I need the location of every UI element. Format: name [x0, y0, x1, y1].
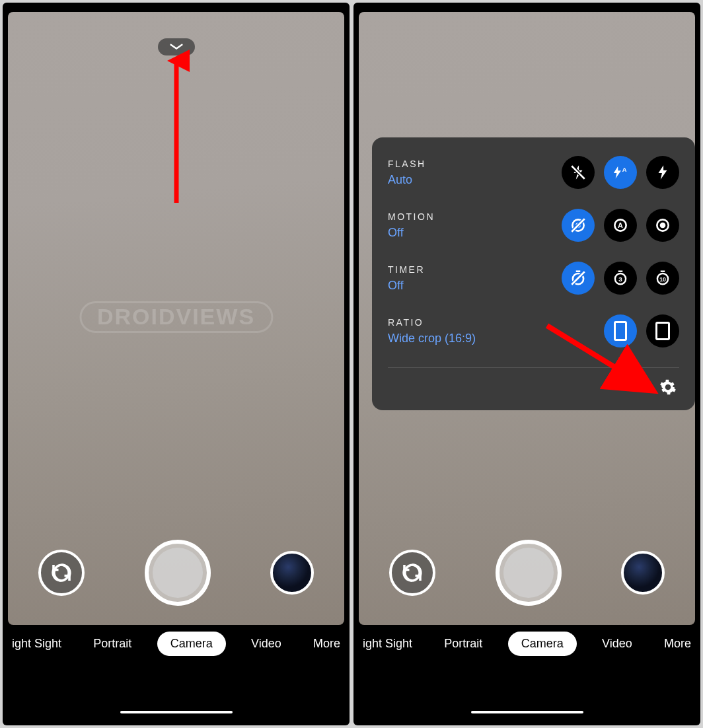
watermark-text: DROIDVIEWS — [79, 301, 273, 333]
motion-auto-icon: A — [612, 217, 629, 234]
timer-label: TIMER — [388, 264, 425, 275]
mode-video[interactable]: Video — [244, 632, 288, 656]
svg-text:10: 10 — [659, 276, 666, 283]
mode-portrait[interactable]: Portrait — [437, 632, 489, 656]
timer-row: TIMER Off — [388, 262, 679, 295]
ratio-value: Wide crop (16:9) — [388, 332, 476, 346]
motion-on-icon — [654, 217, 671, 234]
mode-portrait[interactable]: Portrait — [87, 632, 138, 656]
timer-3-icon: 3 — [612, 270, 629, 287]
mode-camera[interactable]: Camera — [508, 632, 577, 656]
android-nav-handle[interactable] — [471, 711, 583, 713]
motion-value: Off — [388, 226, 435, 240]
timer-10s-option[interactable]: 10 — [646, 262, 679, 295]
flash-on-option[interactable] — [646, 156, 679, 189]
phone-screenshot-right: DROIDVIEWS FLASH Auto — [353, 3, 700, 725]
switch-camera-icon — [50, 561, 73, 585]
mode-more[interactable]: More — [657, 632, 698, 656]
mode-selector: ight Sight Portrait Camera Video More — [3, 624, 350, 663]
phone-screenshot-left: DROIDVIEWS — [3, 3, 350, 725]
mode-night-sight[interactable]: ight Sight — [356, 632, 419, 656]
mode-selector: ight Sight Portrait Camera Video More — [353, 624, 700, 663]
flash-row: FLASH Auto A — [388, 156, 679, 189]
flash-label: FLASH — [388, 159, 426, 169]
switch-camera-button[interactable] — [389, 550, 435, 596]
shutter-button[interactable] — [496, 540, 562, 606]
flash-off-option[interactable] — [562, 156, 595, 189]
timer-off-icon — [570, 270, 587, 287]
switch-camera-icon — [400, 561, 424, 585]
camera-actions — [359, 536, 695, 609]
svg-text:A: A — [618, 221, 623, 229]
annotation-arrow-up — [163, 48, 190, 206]
motion-label: MOTION — [388, 211, 435, 222]
camera-viewfinder: DROIDVIEWS — [8, 12, 344, 625]
timer-value: Off — [388, 279, 425, 293]
mode-more[interactable]: More — [307, 632, 347, 656]
motion-on-option[interactable] — [646, 209, 679, 242]
motion-off-option[interactable] — [562, 209, 595, 242]
svg-line-22 — [547, 326, 649, 388]
gallery-thumbnail[interactable] — [621, 551, 665, 595]
svg-point-11 — [660, 223, 666, 229]
android-nav-handle[interactable] — [120, 711, 233, 713]
mode-video[interactable]: Video — [595, 632, 639, 656]
switch-camera-button[interactable] — [38, 550, 85, 596]
flash-off-icon — [570, 164, 587, 181]
flash-on-icon — [654, 164, 671, 181]
shutter-button[interactable] — [145, 540, 211, 606]
mode-camera[interactable]: Camera — [157, 632, 226, 656]
motion-auto-option[interactable]: A — [604, 209, 637, 242]
motion-row: MOTION Off — [388, 209, 679, 242]
camera-actions — [8, 536, 344, 609]
svg-text:3: 3 — [618, 275, 622, 283]
timer-off-option[interactable] — [562, 262, 595, 295]
flash-value: Auto — [388, 173, 426, 187]
ratio-label: RATIO — [388, 317, 476, 328]
motion-off-icon — [570, 217, 587, 234]
mode-night-sight[interactable]: ight Sight — [5, 632, 68, 656]
flash-auto-icon: A — [612, 164, 629, 181]
gallery-thumbnail[interactable] — [270, 551, 314, 595]
timer-3s-option[interactable]: 3 — [604, 262, 637, 295]
svg-text:A: A — [622, 166, 627, 173]
timer-10-icon: 10 — [654, 270, 671, 287]
annotation-arrow-gear — [544, 322, 663, 402]
camera-viewfinder: DROIDVIEWS FLASH Auto — [359, 12, 695, 625]
flash-auto-option[interactable]: A — [604, 156, 637, 189]
